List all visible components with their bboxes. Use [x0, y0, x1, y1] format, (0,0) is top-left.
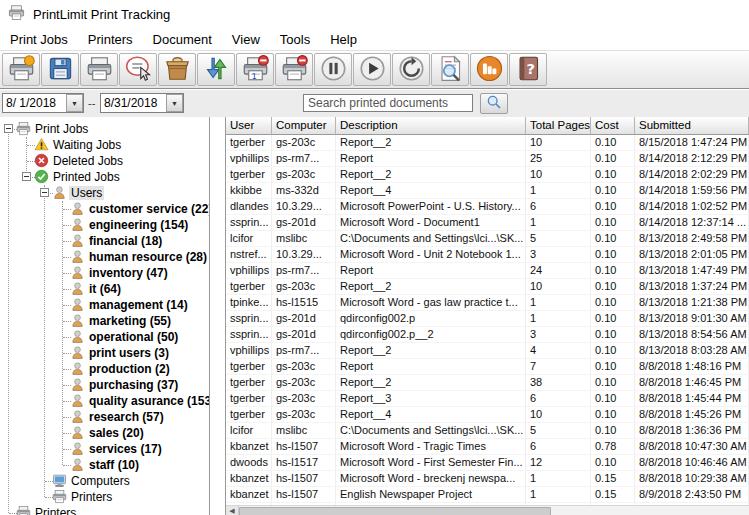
toolbar-new-print-job-button[interactable] [2, 53, 40, 86]
table-row[interactable]: tgerbergs-203cReport__4100.108/8/2018 1:… [226, 407, 749, 423]
cell-computer: hs-l1515 [272, 295, 336, 310]
tree-item-management-14[interactable]: management (14) [0, 297, 209, 313]
toolbar-delete-job-button[interactable]: 1 [236, 53, 274, 86]
cell-description: Microsoft Word - gas law practice t... [336, 295, 526, 310]
table-row[interactable]: ssprin...gs-201dqdirconfig002.p10.108/13… [226, 311, 749, 327]
tree-item-services-17[interactable]: services (17) [0, 441, 209, 457]
tree-item-financial-18[interactable]: financial (18) [0, 233, 209, 249]
tree-item-research-57[interactable]: research (57) [0, 409, 209, 425]
menu-item-help[interactable]: Help [320, 30, 367, 49]
tree-item-inventory-47[interactable]: inventory (47) [0, 265, 209, 281]
tree-item-purchasing-37[interactable]: purchasing (37) [0, 377, 209, 393]
tree-item-quality-asurance-153[interactable]: quality asurance (153) [0, 393, 209, 409]
collapse-expander-icon[interactable] [4, 124, 13, 133]
scrollbar-thumb[interactable] [239, 507, 551, 515]
tree-item-print-jobs[interactable]: Print Jobs [0, 121, 209, 137]
user-icon [70, 233, 86, 249]
table-row[interactable]: ssprin...gs-201dqdirconfig002.p__230.108… [226, 327, 749, 343]
date-from-combo[interactable]: 8/ 1/2018 ▼ [2, 93, 84, 113]
tree-item-operational-50[interactable]: operational (50) [0, 329, 209, 345]
collapse-expander-icon[interactable] [40, 188, 49, 197]
tree-item-customer-service-22[interactable]: customer service (22) [0, 201, 209, 217]
table-row[interactable]: ssprin...gs-201dMicrosoft Word - Documen… [226, 215, 749, 231]
tree-item-it-64[interactable]: it (64) [0, 281, 209, 297]
window-title: PrintLimit Print Tracking [33, 7, 170, 22]
tree-item-printed-jobs[interactable]: Printed Jobs [0, 169, 209, 185]
menu-item-printers[interactable]: Printers [78, 30, 143, 49]
toolbar-edit-comment-button[interactable] [119, 53, 157, 86]
column-header-submitted[interactable]: Submitted [635, 117, 749, 135]
table-row[interactable]: dwoodshs-l1517Microsoft Word - First Sem… [226, 455, 749, 471]
horizontal-scrollbar[interactable]: ◀ [226, 505, 749, 515]
cell-submitted: 8/13/2018 2:49:58 PM [635, 231, 749, 246]
cell-computer: gs-203c [272, 407, 336, 422]
table-row[interactable]: kbanzeths-l1507Microsoft Word - breckenj… [226, 471, 749, 487]
tree-item-printers-root[interactable]: Printers [0, 505, 209, 515]
table-row[interactable]: lciformslibcC:\Documents and Settings\lc… [226, 423, 749, 439]
date-from-dropdown-button[interactable]: ▼ [66, 94, 83, 112]
tree-item-staff-10[interactable]: staff (10) [0, 457, 209, 473]
user-icon [70, 281, 86, 297]
tree-item-computers[interactable]: Computers [0, 473, 209, 489]
column-header-computer[interactable]: Computer [272, 117, 336, 135]
date-to-combo[interactable]: 8/31/2018 ▼ [100, 93, 184, 113]
table-row[interactable]: vphillipsps-rm7...Report250.108/14/2018 … [226, 151, 749, 167]
cell-computer: ps-rm7... [272, 343, 336, 358]
toolbar-preview-button[interactable] [431, 53, 469, 86]
toolbar-resume-button[interactable] [353, 53, 391, 86]
user-icon [70, 409, 86, 425]
tree-item-sales-20[interactable]: sales (20) [0, 425, 209, 441]
table-row[interactable]: tpinke...hs-l1515Microsoft Word - gas la… [226, 295, 749, 311]
tree-item-printers[interactable]: Printers [0, 489, 209, 505]
search-input[interactable] [303, 94, 473, 112]
menu-item-print-jobs[interactable]: Print Jobs [0, 30, 78, 49]
toolbar-archive-button[interactable] [158, 53, 196, 86]
table-row[interactable]: tgerbergs-203cReport__2100.108/15/2018 1… [226, 135, 749, 151]
menu-item-tools[interactable]: Tools [270, 30, 320, 49]
tree-item-users[interactable]: Users [0, 185, 209, 201]
tree-item-deleted-jobs[interactable]: Deleted Jobs [0, 153, 209, 169]
toolbar-refresh-button[interactable] [197, 53, 235, 86]
date-to-dropdown-button[interactable]: ▼ [166, 94, 183, 112]
tree-item-engineering-154[interactable]: engineering (154) [0, 217, 209, 233]
menu-item-document[interactable]: Document [143, 30, 222, 49]
table-row[interactable]: tgerbergs-203cReport70.108/8/2018 1:48:1… [226, 359, 749, 375]
tree-item-human-resource-28[interactable]: human resource (28) [0, 249, 209, 265]
cell-total-pages: 38 [526, 375, 591, 390]
tree-item-production-2[interactable]: production (2) [0, 361, 209, 377]
toolbar-delete-all-jobs-button[interactable] [275, 53, 313, 86]
tree-item-waiting-jobs[interactable]: Waiting Jobs [0, 137, 209, 153]
search-button[interactable] [480, 93, 508, 114]
toolbar-help-button[interactable]: ? [509, 53, 547, 86]
column-header-cost[interactable]: Cost [591, 117, 635, 135]
toolbar-restart-button[interactable] [392, 53, 430, 86]
column-header-description[interactable]: Description [336, 117, 526, 135]
table-row[interactable]: vphillipsps-rm7...Report__240.108/13/201… [226, 343, 749, 359]
table-row[interactable]: tgerbergs-203cReport__2100.108/14/2018 2… [226, 167, 749, 183]
toolbar-print-button[interactable] [80, 53, 118, 86]
scroll-left-button[interactable]: ◀ [226, 506, 239, 515]
column-header-user[interactable]: User [226, 117, 272, 135]
table-row[interactable]: tgerbergs-203cReport__2100.108/13/2018 1… [226, 279, 749, 295]
toolbar-reports-button[interactable] [470, 53, 508, 86]
cell-description: Report [336, 263, 526, 278]
table-row[interactable]: dlandes10.3.29...Microsoft PowerPoint - … [226, 199, 749, 215]
table-row[interactable]: tgerbergs-203cReport__360.108/8/2018 1:4… [226, 391, 749, 407]
column-header-total-pages[interactable]: Total Pages [526, 117, 591, 135]
table-row[interactable]: tgerbergs-203cReport__2380.108/8/2018 1:… [226, 375, 749, 391]
table-row[interactable]: kkibbems-332dReport__410.108/14/2018 1:5… [226, 183, 749, 199]
tree-item-marketing-55[interactable]: marketing (55) [0, 313, 209, 329]
table-row[interactable]: kbanzeths-l1507English Newspaper Project… [226, 487, 749, 503]
toolbar-save-button[interactable] [41, 53, 79, 86]
collapse-expander-icon[interactable] [22, 172, 31, 181]
cell-submitted: 8/8/2018 10:46:46 AM [635, 455, 749, 470]
table-row[interactable]: nstref...10.3.29...Microsoft Word - Unit… [226, 247, 749, 263]
table-row[interactable]: lciformslibcC:\Documents and Settings\lc… [226, 231, 749, 247]
tree-item-print-users-3[interactable]: print users (3) [0, 345, 209, 361]
table-row[interactable]: vphillipsps-rm7...Report240.108/13/2018 … [226, 263, 749, 279]
menu-item-view[interactable]: View [222, 30, 270, 49]
cell-submitted: 8/14/2018 2:12:29 PM [635, 151, 749, 166]
table-row[interactable]: kbanzeths-l1507Microsoft Word - Tragic T… [226, 439, 749, 455]
toolbar-pause-button[interactable] [314, 53, 352, 86]
cell-user: tgerber [226, 135, 272, 150]
